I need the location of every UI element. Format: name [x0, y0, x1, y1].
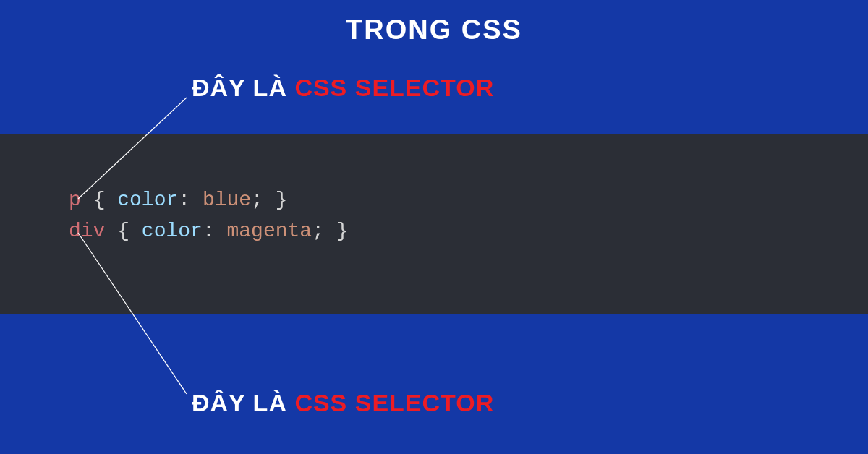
code-selector-1: p	[69, 189, 81, 211]
annotation-top-prefix: ĐÂY LÀ	[192, 74, 294, 101]
code-prop-2: color	[142, 220, 203, 242]
code-block: p { color: blue; } div { color: magenta;…	[0, 134, 868, 314]
code-prop-1: color	[117, 189, 178, 211]
code-line-2: div { color: magenta; }	[69, 215, 868, 247]
code-line-1: p { color: blue; }	[69, 184, 868, 215]
code-selector-2: div	[69, 220, 105, 242]
annotation-bottom-prefix: ĐÂY LÀ	[192, 389, 294, 416]
annotation-top-highlight: CSS SELECTOR	[294, 74, 494, 101]
code-value-1: blue	[203, 189, 251, 211]
page-title: TRONG CSS	[0, 0, 868, 46]
annotation-top: ĐÂY LÀ CSS SELECTOR	[192, 74, 494, 102]
annotation-bottom-highlight: CSS SELECTOR	[294, 389, 494, 416]
annotation-bottom: ĐÂY LÀ CSS SELECTOR	[192, 389, 494, 417]
code-value-2: magenta	[227, 220, 312, 242]
